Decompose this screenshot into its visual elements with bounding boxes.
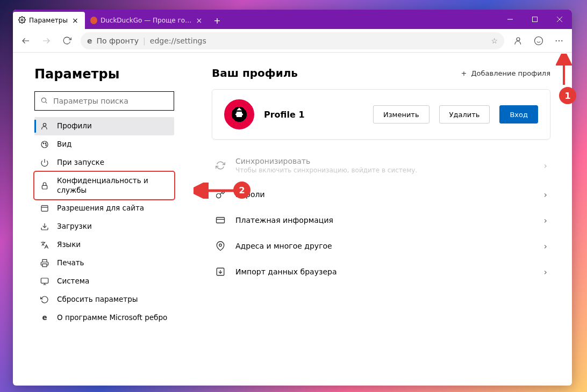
new-tab-button[interactable]: + — [209, 12, 226, 29]
import-data-item[interactable]: Импорт данных браузера › — [212, 259, 550, 285]
svg-point-30 — [236, 113, 238, 115]
main-header: Ваш профиль + Добавление профиля — [212, 67, 550, 79]
add-profile-button[interactable]: + Добавление профиля — [461, 69, 550, 77]
refresh-button[interactable] — [57, 31, 76, 50]
nav-appearance[interactable]: Вид — [34, 135, 174, 154]
svg-rect-26 — [42, 264, 47, 266]
close-icon[interactable]: × — [71, 16, 80, 25]
edge-icon: e — [87, 37, 92, 45]
nav-privacy[interactable]: Конфиденциальность и службы — [34, 172, 174, 199]
svg-point-11 — [556, 40, 557, 41]
reset-icon — [40, 295, 49, 304]
window-close-button[interactable] — [547, 10, 572, 29]
nav-reset[interactable]: Сбросить параметры — [34, 291, 174, 309]
window-controls — [498, 10, 572, 29]
nav-downloads[interactable]: Загрузки — [34, 217, 174, 236]
sync-text: Синхронизировать Чтобы включить синхрони… — [235, 157, 534, 174]
edit-profile-button[interactable]: Изменить — [373, 105, 429, 124]
tab-label: DuckDuckGo — Проще говоря — [101, 17, 192, 24]
printer-icon — [40, 258, 49, 268]
tab-strip: Параметры × DuckDuckGo — Проще говоря × … — [13, 10, 498, 29]
sidebar-title: Параметры — [34, 67, 183, 82]
passwords-item[interactable]: Пароли › — [212, 182, 550, 207]
svg-point-8 — [535, 37, 543, 45]
nav-label: Вид — [57, 140, 169, 149]
sidebar: Параметры Профили Вид При запуске — [13, 53, 196, 386]
nav-profiles[interactable]: Профили — [34, 117, 174, 135]
nav-label: Профили — [57, 121, 169, 131]
settings-search[interactable] — [34, 91, 174, 111]
sync-title: Синхронизировать — [235, 157, 534, 165]
nav-about[interactable]: e О программе Microsoft ребро — [34, 309, 174, 327]
page-title: Ваш профиль — [212, 67, 298, 79]
chevron-right-icon: › — [544, 161, 547, 171]
svg-point-14 — [41, 98, 46, 102]
lock-icon — [40, 181, 49, 191]
profile-settings-list: Синхронизировать Чтобы включить синхрони… — [212, 149, 550, 285]
svg-point-20 — [46, 145, 47, 146]
palette-icon — [40, 140, 49, 149]
svg-rect-23 — [41, 206, 48, 212]
key-icon — [215, 189, 226, 200]
maximize-button[interactable] — [522, 10, 547, 29]
power-icon — [40, 158, 49, 168]
sync-subtitle: Чтобы включить синхронизацию, войдите в … — [235, 166, 534, 174]
minimize-button[interactable] — [498, 10, 522, 29]
monitor-icon — [40, 277, 49, 286]
chevron-right-icon: › — [544, 215, 547, 226]
tab-duckduckgo[interactable]: DuckDuckGo — Проще говоря × — [85, 12, 209, 29]
main-panel: Ваш профиль + Добавление профиля Profile… — [196, 53, 572, 386]
svg-rect-2 — [533, 17, 538, 22]
nav-languages[interactable]: Языки — [34, 236, 174, 254]
svg-rect-27 — [41, 278, 48, 283]
avatar — [224, 99, 254, 129]
svg-point-19 — [45, 143, 46, 144]
settings-nav: Профили Вид При запуске Конфиденциальнос… — [34, 117, 183, 327]
tab-label: Параметры — [29, 17, 68, 24]
favorite-icon[interactable]: ☆ — [491, 37, 498, 45]
forward-button — [37, 31, 56, 50]
more-menu-button[interactable] — [549, 31, 569, 50]
languages-icon — [40, 240, 49, 250]
address-label: По фронту — [97, 37, 139, 45]
addresses-item[interactable]: Адреса и многое другое › — [212, 233, 550, 259]
permissions-icon — [40, 204, 49, 213]
pin-icon — [215, 241, 226, 251]
separator: | — [143, 37, 146, 45]
search-input[interactable] — [53, 97, 168, 105]
nav-site-permissions[interactable]: Разрешения для сайта — [34, 199, 174, 217]
svg-rect-22 — [42, 185, 47, 189]
svg-point-17 — [41, 141, 48, 148]
login-button[interactable]: Вход — [499, 105, 538, 124]
address-bar[interactable]: e По фронту | edge://settings ☆ — [81, 32, 504, 49]
item-title: Платежная информация — [235, 216, 534, 224]
item-title: Импорт данных браузера — [235, 267, 534, 276]
feedback-icon[interactable] — [529, 31, 548, 50]
nav-print[interactable]: Печать — [34, 254, 174, 272]
browser-window: Параметры × DuckDuckGo — Проще говоря × … — [13, 10, 572, 386]
back-button[interactable] — [16, 31, 35, 50]
tab-settings[interactable]: Параметры × — [13, 12, 85, 29]
close-icon[interactable]: × — [195, 16, 203, 25]
svg-point-13 — [561, 40, 562, 41]
nav-label: Система — [57, 277, 169, 286]
plus-icon: + — [461, 69, 467, 77]
svg-point-7 — [517, 38, 520, 41]
gear-icon — [18, 16, 26, 25]
nav-startup[interactable]: При запуске — [34, 154, 174, 172]
nav-label: Загрузки — [57, 222, 169, 231]
profile-card: Profile 1 Изменить Удалить Вход — [212, 89, 550, 140]
nav-label: Сбросить параметры — [57, 295, 169, 304]
duckduckgo-icon — [90, 17, 97, 24]
nav-system[interactable]: Система — [34, 272, 174, 291]
card-icon — [215, 215, 226, 226]
address-url: edge://settings — [150, 37, 206, 45]
svg-line-15 — [46, 101, 47, 103]
download-icon — [40, 222, 49, 231]
profile-icon[interactable] — [509, 31, 528, 50]
payment-item[interactable]: Платежная информация › — [212, 207, 550, 233]
sync-icon — [215, 160, 226, 171]
delete-profile-button[interactable]: Удалить — [439, 105, 490, 124]
titlebar: Параметры × DuckDuckGo — Проще говоря × … — [13, 10, 572, 29]
svg-point-18 — [43, 143, 44, 144]
